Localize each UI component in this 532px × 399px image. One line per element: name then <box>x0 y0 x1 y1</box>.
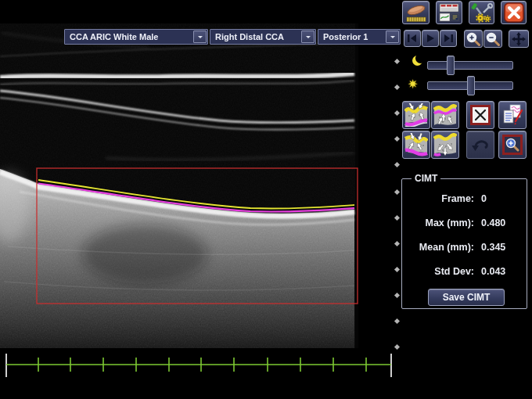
measure-probe-button[interactable] <box>402 1 430 24</box>
contrast-sun-icon: ✷ <box>408 78 418 91</box>
chevron-down-icon[interactable] <box>386 31 399 43</box>
probe-ruler-icon <box>404 2 428 23</box>
undo-button[interactable] <box>466 131 494 159</box>
copy-report-button[interactable] <box>498 101 527 129</box>
contrast-slider[interactable] <box>427 81 513 90</box>
zoom-roi-button[interactable] <box>498 131 527 159</box>
zoom-roi-frame <box>502 135 523 155</box>
skip-to-start-icon <box>407 34 418 43</box>
brightness-slider-thumb[interactable] <box>447 56 455 75</box>
manual-trace-intima-media-button[interactable] <box>431 131 459 159</box>
panel-diamond-marker <box>394 267 400 272</box>
mean-label: Mean (mm): <box>419 242 474 253</box>
scale-ruler <box>0 352 399 380</box>
auto-trace-intima-media-button[interactable] <box>431 101 459 129</box>
delete-measurement-button[interactable] <box>466 101 494 129</box>
chevron-down-icon[interactable] <box>193 31 207 43</box>
segment-dropdown-value: Right Distal CCA <box>215 32 284 41</box>
panel-diamond-marker <box>394 162 400 167</box>
panel-diamond-marker <box>394 241 400 246</box>
panel-diamond-marker <box>394 189 400 195</box>
close-icon <box>504 2 524 23</box>
panel-diamond-marker <box>394 84 400 90</box>
panel-diamond-marker <box>394 136 400 142</box>
cimt-max-row: Max (mm): 0.480 <box>407 217 516 228</box>
magnifier-plus-icon <box>505 137 520 153</box>
pan-button[interactable] <box>509 30 529 48</box>
panel-diamond-marker <box>394 215 400 221</box>
trace-layers-icon <box>404 133 428 156</box>
brightness-moon-icon <box>412 56 422 66</box>
play-button[interactable] <box>422 30 439 47</box>
copy-documents-icon <box>501 103 524 127</box>
zoom-in-icon <box>466 31 481 47</box>
panel-diamond-marker <box>394 110 400 116</box>
cimt-results-panel: CIMT Frame: 0 Max (mm): 0.480 Mean (mm):… <box>401 173 527 309</box>
trace-layers-icon <box>404 103 428 127</box>
preset-dropdown[interactable]: CCA ARIC White Male <box>64 29 208 45</box>
trace-band-icon <box>433 103 457 127</box>
zoom-in-button[interactable] <box>464 30 483 48</box>
mean-value: 0.345 <box>481 242 516 253</box>
cimt-mean-row: Mean (mm): 0.345 <box>407 242 516 253</box>
cimt-application: CCA ARIC White Male Right Distal CCA Pos… <box>0 0 532 399</box>
report-icon <box>438 2 460 23</box>
panel-diamond-marker <box>394 344 400 350</box>
auto-trace-both-walls-button[interactable] <box>402 101 430 129</box>
undo-arrow-icon <box>470 135 491 154</box>
close-button[interactable] <box>501 1 527 24</box>
chevron-down-icon[interactable] <box>301 31 315 43</box>
ultrasound-canvas[interactable] <box>0 23 358 348</box>
frame-value: 0 <box>481 193 516 204</box>
brightness-slider[interactable] <box>427 61 513 70</box>
preset-dropdown-value: CCA ARIC White Male <box>70 32 158 41</box>
frame-first-button[interactable] <box>404 30 421 47</box>
panel-diamond-marker <box>394 293 400 298</box>
ruler-left-endcap <box>5 354 7 377</box>
stddev-value: 0.043 <box>481 266 516 277</box>
angle-dropdown[interactable]: Posterior 1 <box>318 29 401 45</box>
manual-trace-both-walls-button[interactable] <box>402 131 430 159</box>
save-cimt-button[interactable]: Save CIMT <box>428 289 505 306</box>
frame-last-button[interactable] <box>440 30 457 47</box>
tools-icon <box>471 2 493 23</box>
panel-diamond-marker <box>394 59 400 64</box>
angle-dropdown-value: Posterior 1 <box>323 32 368 41</box>
settings-tools-button[interactable] <box>469 1 494 24</box>
report-button[interactable] <box>436 1 462 24</box>
zoom-out-button[interactable] <box>483 30 502 48</box>
ruler-right-endcap <box>390 354 392 377</box>
cimt-panel-legend: CIMT <box>412 173 440 184</box>
trace-band-icon <box>433 133 457 156</box>
max-value: 0.480 <box>481 217 516 228</box>
contrast-slider-thumb[interactable] <box>467 76 475 95</box>
delete-x-icon <box>473 108 487 122</box>
max-label: Max (mm): <box>425 217 474 228</box>
stddev-label: Std Dev: <box>434 266 474 277</box>
zoom-out-icon <box>485 31 501 47</box>
delete-frame <box>470 105 491 125</box>
pan-move-icon <box>512 32 526 46</box>
segment-dropdown[interactable]: Right Distal CCA <box>210 29 316 45</box>
cimt-stddev-row: Std Dev: 0.043 <box>407 266 516 277</box>
panel-diamond-marker <box>394 318 400 324</box>
frame-label: Frame: <box>441 193 474 204</box>
ultrasound-image[interactable] <box>0 23 358 348</box>
play-icon <box>425 34 436 43</box>
skip-to-end-icon <box>443 34 454 43</box>
cimt-frame-row: Frame: 0 <box>407 193 516 204</box>
